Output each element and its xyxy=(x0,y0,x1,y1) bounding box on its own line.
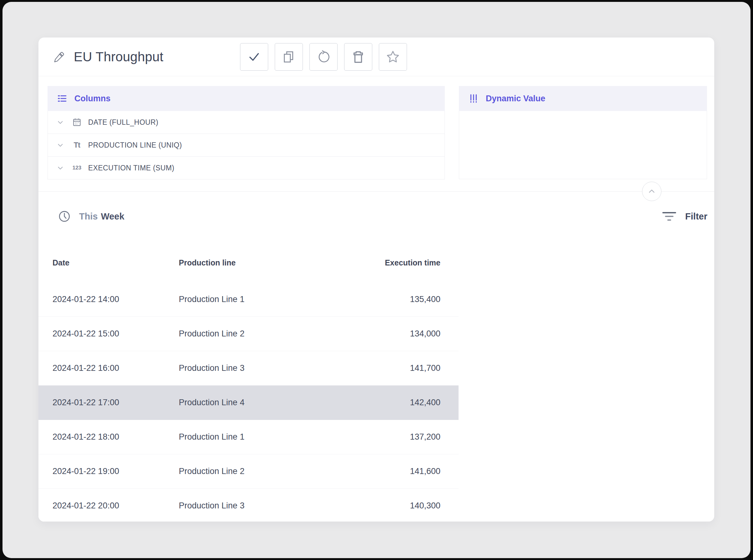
cell-production-line: Production Line 2 xyxy=(179,329,344,339)
screen: EU Throughput xyxy=(0,0,753,560)
cell-execution-time: 140,300 xyxy=(344,501,441,511)
columns-panel-title: Columns xyxy=(75,94,111,103)
table-row[interactable]: 2024-01-22 15:00 Production Line 2 134,0… xyxy=(38,317,459,351)
column-item-production-line[interactable]: Tt PRODUCTION LINE (UNIQ) xyxy=(48,134,445,157)
cell-production-line: Production Line 2 xyxy=(179,466,344,476)
table-row[interactable]: 2024-01-22 18:00 Production Line 1 137,2… xyxy=(38,420,459,454)
chevron-down-icon[interactable] xyxy=(56,118,64,126)
cell-date: 2024-01-22 14:00 xyxy=(53,295,179,304)
page-title: EU Throughput xyxy=(74,49,163,64)
columns-list: DATE (FULL_HOUR) Tt PRODUCTION LINE (UNI… xyxy=(47,111,445,179)
cell-date: 2024-01-22 19:00 xyxy=(53,466,179,476)
number-type-icon: 123 xyxy=(73,165,81,171)
cell-execution-time: 141,700 xyxy=(344,363,441,373)
trash-icon xyxy=(351,50,365,64)
cell-execution-time: 142,400 xyxy=(344,398,441,407)
clock-icon xyxy=(58,210,71,223)
copy-icon xyxy=(282,50,296,64)
period-label[interactable]: ThisWeek xyxy=(79,212,124,222)
column-item-label: DATE (FULL_HOUR) xyxy=(88,118,159,127)
card-header: EU Throughput xyxy=(38,38,714,76)
refresh-button[interactable] xyxy=(309,43,338,71)
cell-date: 2024-01-22 17:00 xyxy=(53,398,179,407)
table-body: 2024-01-22 14:00 Production Line 1 135,4… xyxy=(38,282,459,522)
dynamic-value-header: Dynamic Value xyxy=(459,86,707,111)
column-item-date[interactable]: DATE (FULL_HOUR) xyxy=(48,111,445,134)
favorite-button[interactable] xyxy=(379,43,407,71)
cell-execution-time: 134,000 xyxy=(344,329,441,339)
calendar-icon xyxy=(72,117,82,127)
column-item-label: PRODUCTION LINE (UNIQ) xyxy=(88,141,182,149)
cell-production-line: Production Line 4 xyxy=(179,398,344,407)
cell-date: 2024-01-22 20:00 xyxy=(53,501,179,511)
duplicate-button[interactable] xyxy=(275,43,303,71)
filter-label: Filter xyxy=(685,212,707,222)
cell-date: 2024-01-22 15:00 xyxy=(53,329,179,339)
cell-execution-time: 141,600 xyxy=(344,466,441,476)
dynamic-value-panel: Dynamic Value xyxy=(459,86,707,179)
column-item-execution-time[interactable]: 123 EXECUTION TIME (SUM) xyxy=(48,157,445,179)
edit-pencil-icon[interactable] xyxy=(53,51,65,63)
dynamic-value-title: Dynamic Value xyxy=(486,94,546,103)
table-row[interactable]: 2024-01-22 16:00 Production Line 3 141,7… xyxy=(38,351,459,385)
cell-date: 2024-01-22 16:00 xyxy=(53,363,179,373)
widget-card: EU Throughput xyxy=(38,38,714,522)
filter-button[interactable]: Filter xyxy=(662,206,707,226)
cell-production-line: Production Line 3 xyxy=(179,501,344,511)
chevron-down-icon[interactable] xyxy=(56,141,64,149)
table-row[interactable]: 2024-01-22 20:00 Production Line 3 140,3… xyxy=(38,489,459,522)
cell-date: 2024-01-22 18:00 xyxy=(53,432,179,442)
collapse-button[interactable] xyxy=(642,182,662,201)
table-row-selected[interactable]: 2024-01-22 17:00 Production Line 4 142,4… xyxy=(38,385,459,420)
dynamic-value-icon xyxy=(468,93,479,104)
star-icon xyxy=(386,50,400,64)
cell-production-line: Production Line 1 xyxy=(179,295,344,304)
filter-bar: ThisWeek Filter xyxy=(38,206,714,226)
cell-execution-time: 135,400 xyxy=(344,295,441,304)
table-header-production-line: Production line xyxy=(179,258,344,267)
table-header-execution-time: Execution time xyxy=(344,258,441,267)
column-item-label: EXECUTION TIME (SUM) xyxy=(88,164,175,172)
filter-icon xyxy=(662,210,677,223)
columns-panel-header: Columns xyxy=(47,86,445,111)
table-header-row: Date Production line Execution time xyxy=(38,253,459,272)
chevron-up-icon xyxy=(647,187,656,196)
cell-production-line: Production Line 3 xyxy=(179,363,344,373)
cell-execution-time: 137,200 xyxy=(344,432,441,442)
dynamic-value-dropzone[interactable] xyxy=(459,111,707,179)
cell-production-line: Production Line 1 xyxy=(179,432,344,442)
table-row[interactable]: 2024-01-22 19:00 Production Line 2 141,6… xyxy=(38,454,459,489)
table-row[interactable]: 2024-01-22 14:00 Production Line 1 135,4… xyxy=(38,282,459,317)
list-icon xyxy=(57,93,67,104)
chevron-down-icon[interactable] xyxy=(56,164,64,172)
toolbar xyxy=(240,43,407,71)
text-type-icon: Tt xyxy=(74,141,80,149)
delete-button[interactable] xyxy=(344,43,372,71)
columns-panel: Columns DATE (FULL_HOUR) xyxy=(47,86,445,179)
confirm-button[interactable] xyxy=(240,43,268,71)
check-icon xyxy=(247,50,261,64)
refresh-icon xyxy=(316,50,331,64)
table-header-date: Date xyxy=(53,258,179,267)
